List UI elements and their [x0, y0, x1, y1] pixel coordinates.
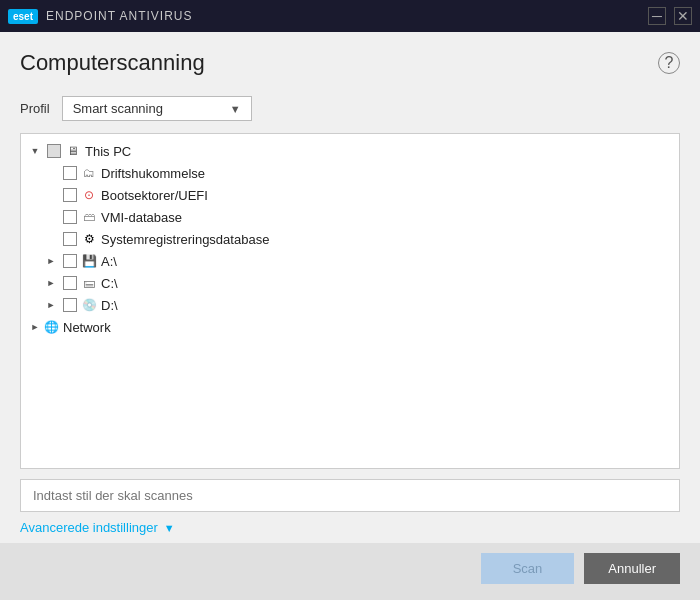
chevron-down-icon: ▼ — [164, 522, 175, 534]
checkbox-d-drive[interactable] — [63, 298, 77, 312]
eset-logo: eset — [8, 9, 38, 24]
profile-dropdown[interactable]: Smart scanning ▼ — [62, 96, 252, 121]
tree-item-vmi[interactable]: 🗃 VMI-database — [21, 206, 679, 228]
tree-label-driftshukommelse: Driftshukommelse — [101, 166, 205, 181]
close-button[interactable]: ✕ — [674, 7, 692, 25]
expand-c-icon[interactable]: ► — [43, 275, 59, 291]
scan-path-input[interactable] — [20, 479, 680, 512]
tree-item-bootsektorer[interactable]: ⊙ Bootsektorer/UEFI — [21, 184, 679, 206]
drive-d-icon: 💿 — [81, 297, 97, 313]
profile-selected-value: Smart scanning — [73, 101, 163, 116]
cancel-button[interactable]: Annuller — [584, 553, 680, 584]
network-icon: 🌐 — [43, 319, 59, 335]
reg-icon: ⚙ — [81, 231, 97, 247]
help-button[interactable]: ? — [658, 52, 680, 74]
title-bar-controls: ─ ✕ — [648, 7, 692, 25]
profile-label: Profil — [20, 101, 50, 116]
expand-a-icon[interactable]: ► — [43, 253, 59, 269]
page-title: Computerscanning — [20, 50, 205, 76]
checkbox-c-drive[interactable] — [63, 276, 77, 290]
tree-item-this-pc[interactable]: ▼ 🖥 This PC — [21, 140, 679, 162]
checkbox-systemreg[interactable] — [63, 232, 77, 246]
title-bar-left: eset ENDPOINT ANTIVIRUS — [8, 9, 192, 24]
title-bar: eset ENDPOINT ANTIVIRUS ─ ✕ — [0, 0, 700, 32]
checkbox-bootsektorer[interactable] — [63, 188, 77, 202]
bottom-section — [0, 469, 700, 512]
tree-item-network[interactable]: ► 🌐 Network — [21, 316, 679, 338]
drive-a-icon: 💾 — [81, 253, 97, 269]
advanced-settings-link[interactable]: Avancerede indstillinger — [20, 520, 158, 535]
tree-label-a-drive: A:\ — [101, 254, 117, 269]
tree-label-vmi: VMI-database — [101, 210, 182, 225]
drive-c-icon: 🖴 — [81, 275, 97, 291]
tree-label-c-drive: C:\ — [101, 276, 118, 291]
main-content: Computerscanning ? Profil Smart scanning… — [0, 32, 700, 600]
expand-d-icon[interactable]: ► — [43, 297, 59, 313]
page-header: Computerscanning ? — [0, 32, 700, 88]
tree-item-systemreg[interactable]: ⚙ Systemregistreringsdatabase — [21, 228, 679, 250]
tree-item-driftshukommelse[interactable]: 🗂 Driftshukommelse — [21, 162, 679, 184]
ram-icon: 🗂 — [81, 165, 97, 181]
checkbox-a-drive[interactable] — [63, 254, 77, 268]
checkbox-this-pc[interactable] — [47, 144, 61, 158]
expand-icon[interactable]: ▼ — [27, 143, 43, 159]
button-row: Scan Annuller — [0, 543, 700, 600]
db-icon: 🗃 — [81, 209, 97, 225]
profile-row: Profil Smart scanning ▼ — [0, 88, 700, 133]
sector-icon: ⊙ — [81, 187, 97, 203]
tree-label-network: Network — [63, 320, 111, 335]
chevron-down-icon: ▼ — [230, 103, 241, 115]
tree-item-a-drive[interactable]: ► 💾 A:\ — [21, 250, 679, 272]
tree-label-bootsektorer: Bootsektorer/UEFI — [101, 188, 208, 203]
tree-item-c-drive[interactable]: ► 🖴 C:\ — [21, 272, 679, 294]
advanced-row: Avancerede indstillinger ▼ — [0, 512, 700, 543]
tree-item-d-drive[interactable]: ► 💿 D:\ — [21, 294, 679, 316]
expand-network-icon[interactable]: ► — [27, 319, 43, 335]
pc-icon: 🖥 — [65, 143, 81, 159]
checkbox-driftshukommelse[interactable] — [63, 166, 77, 180]
checkbox-vmi[interactable] — [63, 210, 77, 224]
app-name: ENDPOINT ANTIVIRUS — [46, 9, 192, 23]
tree-label-systemreg: Systemregistreringsdatabase — [101, 232, 269, 247]
tree-label-this-pc: This PC — [85, 144, 131, 159]
scan-button[interactable]: Scan — [481, 553, 575, 584]
file-tree: ▼ 🖥 This PC 🗂 Driftshukommelse ⊙ Bootsek… — [20, 133, 680, 469]
tree-label-d-drive: D:\ — [101, 298, 118, 313]
minimize-button[interactable]: ─ — [648, 7, 666, 25]
